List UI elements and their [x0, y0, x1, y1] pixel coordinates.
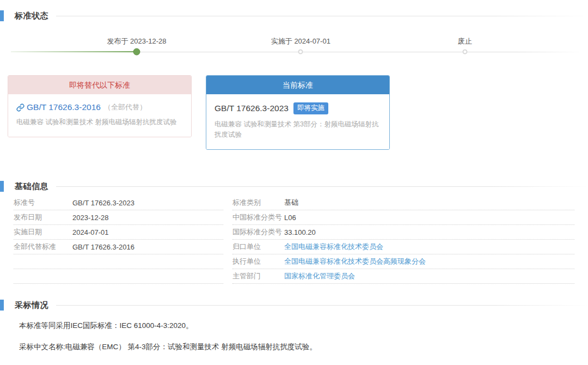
info-value: 2023-12-28	[72, 214, 109, 222]
info-label: 标准号	[14, 198, 72, 208]
info-value: GB/T 17626.3-2016	[72, 243, 134, 251]
section-divider-line	[56, 305, 588, 306]
info-value: L06	[284, 214, 296, 222]
info-label: 国际标准分类号	[232, 227, 284, 237]
info-row-empty	[14, 254, 223, 269]
info-row: 中国标准分类号 L06	[232, 210, 574, 225]
section-title-adoption: 采标情况	[15, 300, 48, 311]
info-label: 实施日期	[14, 227, 72, 237]
info-row: 归口单位 全国电磁兼容标准化技术委员会	[232, 240, 574, 254]
info-row: 国际标准分类号 33.100.20	[232, 225, 574, 240]
basic-info-table: 标准号 GB/T 17626.3-2023 发布日期 2023-12-28 实施…	[14, 196, 574, 284]
section-accent-bar	[0, 181, 4, 192]
info-row: 标准号 GB/T 17626.3-2023	[14, 196, 223, 210]
org-link-centralized-unit[interactable]: 全国电磁兼容标准化技术委员会	[284, 242, 383, 252]
timeline-dot-published	[133, 48, 140, 56]
info-value: 基础	[284, 198, 298, 208]
section-divider-line	[56, 16, 588, 16]
status-section-header: 标准状态	[0, 10, 588, 22]
replaced-standard-link[interactable]: GB/T 17626.3-2016	[27, 102, 101, 112]
info-label: 主管部门	[232, 271, 284, 281]
link-icon	[16, 104, 24, 112]
current-standard-code: GB/T 17626.3-2023	[215, 104, 289, 113]
adoption-statement: 本标准等同采用IEC国际标准：IEC 61000-4-3:2020。	[19, 321, 588, 331]
section-title-basic: 基础信息	[15, 181, 48, 192]
current-card-body: GB/T 17626.3-2023 即将实施 电磁兼容 试验和测量技术 第3部分…	[206, 94, 389, 149]
info-label: 全部代替标准	[14, 242, 72, 252]
timeline-progress-segment	[11, 51, 137, 52]
section-title-status: 标准状态	[15, 11, 48, 21]
adoption-section-header: 采标情况	[0, 299, 588, 311]
info-value: GB/T 17626.3-2023	[72, 199, 134, 207]
timeline-label-published: 发布于 2023-12-28	[107, 36, 166, 46]
replaced-standard-card: 即将替代以下标准 GB/T 17626.3-2016 （全部代替） 电磁兼容 试…	[8, 75, 192, 137]
basic-info-right-column: 标准类别 基础 中国标准分类号 L06 国际标准分类号 33.100.20 归口…	[232, 196, 574, 284]
info-row-empty	[14, 269, 223, 284]
replaced-standard-name: 电磁兼容 试验和测量技术 射频电磁场辐射抗扰度试验	[16, 117, 183, 127]
current-standard-name: 电磁兼容 试验和测量技术 第3部分：射频电磁场辐射抗扰度试验	[215, 119, 381, 140]
replaced-card-body: GB/T 17626.3-2016 （全部代替） 电磁兼容 试验和测量技术 射频…	[8, 94, 191, 137]
info-row: 主管部门 国家标准化管理委员会	[232, 269, 574, 284]
timeline-dot-abolished	[462, 50, 467, 54]
basic-section-header: 基础信息	[0, 180, 588, 192]
section-divider-line	[56, 186, 588, 187]
info-row: 标准类别 基础	[232, 196, 574, 210]
section-accent-bar	[0, 300, 4, 311]
info-row: 执行单位 全国电磁兼容标准化技术委员会高频现象分会	[232, 254, 574, 269]
timeline-label-abolished: 废止	[458, 36, 472, 46]
org-link-supervising-department[interactable]: 国家标准化管理委员会	[284, 271, 355, 281]
info-value: 33.100.20	[284, 228, 316, 236]
current-standard-card: 当前标准 GB/T 17626.3-2023 即将实施 电磁兼容 试验和测量技术…	[206, 75, 390, 150]
info-row: 全部代替标准 GB/T 17626.3-2016	[14, 240, 223, 254]
standard-status-timeline: 发布于 2023-12-28 实施于 2024-07-01 废止	[11, 35, 583, 62]
status-badge: 即将实施	[293, 102, 328, 114]
timeline-label-implemented: 实施于 2024-07-01	[271, 36, 330, 46]
info-value: 2024-07-01	[72, 228, 109, 236]
basic-info-left-column: 标准号 GB/T 17626.3-2023 发布日期 2023-12-28 实施…	[14, 196, 223, 284]
info-label: 中国标准分类号	[232, 212, 284, 222]
info-label: 归口单位	[232, 242, 284, 252]
section-accent-bar	[0, 10, 4, 21]
info-row: 实施日期 2024-07-01	[14, 225, 223, 240]
timeline-track	[11, 51, 583, 52]
info-label: 执行单位	[232, 257, 284, 266]
org-link-executing-unit[interactable]: 全国电磁兼容标准化技术委员会高频现象分会	[284, 257, 426, 266]
timeline-remaining-segment	[137, 52, 583, 53]
current-card-header: 当前标准	[206, 76, 389, 94]
replace-note: （全部代替）	[104, 102, 146, 112]
adoption-chinese-name: 采标中文名称:电磁兼容（EMC） 第4-3部分：试验和测量技术 射频电磁场辐射抗…	[19, 342, 588, 352]
info-label: 发布日期	[14, 212, 72, 222]
timeline-dot-implemented	[298, 50, 303, 54]
standard-cards: 即将替代以下标准 GB/T 17626.3-2016 （全部代替） 电磁兼容 试…	[8, 75, 588, 150]
info-label: 标准类别	[232, 198, 284, 208]
replaced-card-header: 即将替代以下标准	[8, 76, 191, 94]
info-row: 发布日期 2023-12-28	[14, 210, 223, 225]
